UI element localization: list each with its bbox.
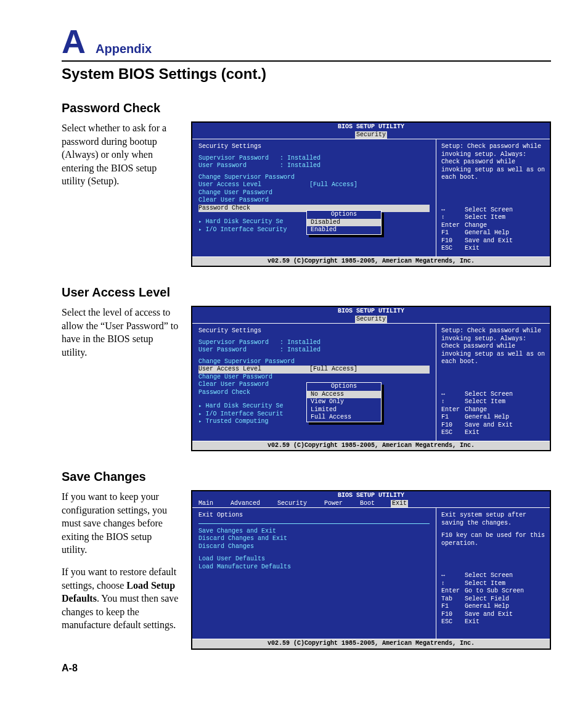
options-popup: Options Disabled Enabled [306,210,382,235]
tab-power[interactable]: Power [323,500,344,508]
bios-title: BIOS SETUP UTILITY [192,491,550,500]
arrow-ud-icon [441,398,465,406]
section-description: Select the level of access to allow the … [62,306,179,367]
section-title: User Access Level [62,285,551,300]
section-save-changes: Save Changes If you want to keep your co… [62,470,551,650]
bios-screenshot-password-check: BIOS SETUP UTILITY Security Security Set… [191,121,551,267]
popup-option-full-access[interactable]: Full Access [307,414,381,422]
exit-options-header: Exit Options [198,512,430,520]
section-title: Save Changes [62,470,551,484]
header-rule [62,60,551,62]
bios-screenshot-save-changes: BIOS SETUP UTILITY Main Advanced Securit… [191,490,551,650]
bios-help-pane: Exit system setup after saving the chang… [436,508,550,639]
bios-left-pane: Exit Options Save Changes and Exit Disca… [192,508,436,639]
bios-tabs: Main Advanced Security Power Boot Exit [192,500,550,508]
item-user-access-level-selected[interactable]: User Access Level [Full Access] [198,366,430,374]
item-change-user-pw[interactable]: Change User Password [198,189,430,197]
item-change-user-pw[interactable]: Change User Password [198,374,430,382]
item-change-supervisor[interactable]: Change Supervisor Password [198,174,430,182]
arrow-lr-icon [441,572,465,580]
bios-help-pane: Setup: Check password while invoking set… [436,324,550,441]
bios-help-pane: Setup: Check password while invoking set… [436,139,550,256]
tab-advanced[interactable]: Advanced [229,500,261,508]
appendix-label: Appendix [96,42,152,56]
tab-security[interactable]: Security [355,316,387,324]
bios-footer: v02.59 (C)Copyright 1985-2005, American … [192,441,550,451]
bios-tabs: Security [192,316,550,324]
tab-main[interactable]: Main [197,500,214,508]
item-load-manufacture-defaults[interactable]: Load Manufacture Defaults [198,563,430,571]
bios-left-pane: Security Settings Supervisor Password : … [192,139,436,256]
tab-boot[interactable]: Boot [359,500,376,508]
popup-option-no-access[interactable]: No Access [307,391,381,399]
section-user-access-level: User Access Level Select the level of ac… [62,285,551,451]
popup-title: Options [307,383,381,391]
bios-screenshot-user-access-level: BIOS SETUP UTILITY Security Security Set… [191,306,551,451]
options-popup: Options No Access View Only Limited Full… [306,382,382,422]
security-settings-header: Security Settings [198,143,430,151]
security-settings-header: Security Settings [198,327,430,335]
arrow-ud-icon [441,214,465,222]
popup-title: Options [307,211,381,219]
arrow-ud-icon [441,580,465,588]
item-user-access-level[interactable]: User Access Level [Full Access] [198,181,430,189]
bios-title: BIOS SETUP UTILITY [192,307,550,316]
bios-left-pane: Security Settings Supervisor Password : … [192,324,436,441]
section-description: Select whether to ask for a password dur… [62,121,179,197]
page-number: A-8 [62,663,78,674]
item-change-supervisor[interactable]: Change Supervisor Password [198,358,430,366]
section-description: If you want to keep your configuration s… [62,490,179,640]
item-load-user-defaults[interactable]: Load User Defaults [198,555,430,563]
tab-security[interactable]: Security [276,500,308,508]
bios-footer: v02.59 (C)Copyright 1985-2005, American … [192,639,550,649]
bios-footer: v02.59 (C)Copyright 1985-2005, American … [192,257,550,266]
item-save-exit[interactable]: Save Changes and Exit [198,528,430,536]
popup-option-enabled[interactable]: Enabled [307,226,381,234]
popup-option-disabled[interactable]: Disabled [307,219,381,227]
page-title: System BIOS Settings (cont.) [62,65,551,83]
appendix-letter: A [62,25,86,58]
section-password-check: Password Check Select whether to ask for… [62,101,551,267]
popup-option-view-only[interactable]: View Only [307,398,381,406]
item-discard-exit[interactable]: Discard Changes and Exit [198,535,430,543]
arrow-lr-icon [441,207,465,215]
arrow-lr-icon [441,391,465,399]
tab-security[interactable]: Security [355,131,387,139]
item-clear-user-pw[interactable]: Clear User Password [198,197,430,205]
bios-tabs: Security [192,131,550,139]
popup-option-limited[interactable]: Limited [307,406,381,414]
bios-title: BIOS SETUP UTILITY [192,123,550,131]
section-title: Password Check [62,101,551,115]
appendix-header: A Appendix [62,25,551,58]
tab-exit[interactable]: Exit [391,500,408,508]
item-discard[interactable]: Discard Changes [198,543,430,551]
